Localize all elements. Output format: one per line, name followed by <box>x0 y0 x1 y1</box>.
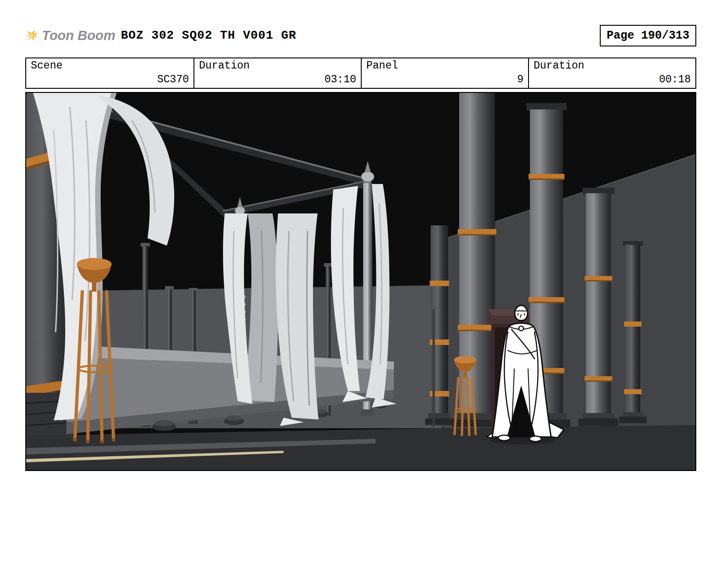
storyboard-panel-image <box>26 93 695 470</box>
toonboom-starburst-icon <box>25 24 38 47</box>
page-number-badge: Page 190/313 <box>600 25 696 46</box>
panel-label: Panel <box>366 60 523 72</box>
scene-value: SC370 <box>157 74 189 86</box>
toonboom-logo-text: Toon Boom <box>42 28 115 43</box>
panel-cell: Panel 9 <box>361 58 528 88</box>
scene-duration-value: 03:10 <box>324 74 356 86</box>
panel-value: 9 <box>517 74 523 86</box>
panel-duration-label: Duration <box>534 60 691 72</box>
character-head <box>515 305 528 321</box>
scene-duration-cell: Duration 03:10 <box>193 58 361 88</box>
project-title: BOZ 302 SQ02 TH V001 GR <box>121 29 296 42</box>
page-header: Toon Boom BOZ 302 SQ02 TH V001 GR Page 1… <box>25 22 696 49</box>
toonboom-logo: Toon Boom <box>25 24 115 47</box>
storyboard-panel-frame <box>25 92 696 471</box>
panel-duration-value: 00:18 <box>659 74 691 86</box>
scene-cell: Scene SC370 <box>26 58 193 88</box>
panel-info-table: Scene SC370 Duration 03:10 Panel 9 Durat… <box>25 57 696 89</box>
panel-duration-cell: Duration 00:18 <box>528 58 695 88</box>
scene-duration-label: Duration <box>199 60 356 72</box>
scene-label: Scene <box>31 60 189 72</box>
